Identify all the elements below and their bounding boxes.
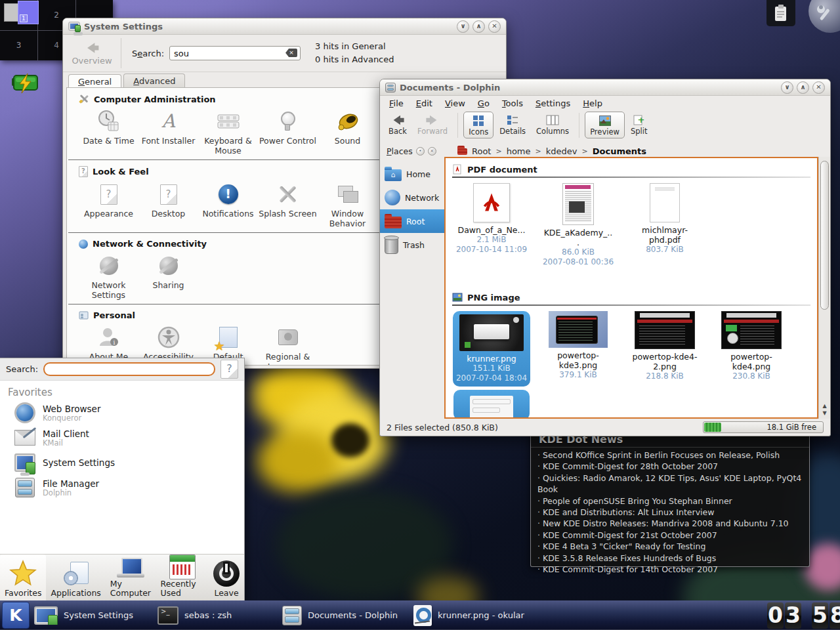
kde-menu-button[interactable]: K — [2, 602, 30, 629]
places-float-button[interactable]: • — [416, 147, 425, 156]
breadcrumb-home[interactable]: home — [507, 146, 531, 156]
settings-item-window-behavior[interactable]: Window Behavior — [318, 182, 377, 228]
settings-item-sound[interactable]: Sound — [318, 109, 377, 146]
file-item[interactable]: KDE_aKademy_... 86.0 KiB 2007-08-01 00:3… — [535, 183, 621, 267]
maximize-button[interactable]: ∧ — [797, 81, 809, 94]
favorite-system-settings[interactable]: System Settings — [0, 450, 244, 475]
place-home[interactable]: ⌂ Home — [380, 162, 444, 186]
clipboard-widget[interactable] — [766, 0, 795, 26]
close-button[interactable]: ✕ — [812, 81, 825, 94]
file-item-partial-selected[interactable] — [453, 390, 530, 419]
user-card-icon — [79, 310, 89, 320]
search-input[interactable] — [169, 46, 301, 60]
favorite-mail-client[interactable]: Mail Client KMail — [0, 425, 244, 450]
back-button[interactable]: Back — [384, 112, 411, 137]
favorite-web-browser[interactable]: Web Browser Konqueror — [0, 400, 244, 425]
dolphin-cabinet-icon — [14, 477, 35, 498]
place-trash[interactable]: Trash — [380, 233, 444, 257]
scroll-down-arrow[interactable]: ▼ — [819, 410, 830, 417]
pager-desktop-3[interactable]: 3 — [0, 30, 37, 60]
file-item[interactable]: michlmayr-phd.pdf 803.7 KiB — [621, 183, 708, 255]
group-header-png: PNG image — [446, 271, 817, 304]
settings-item-regional-language[interactable]: Regional & Language — [258, 325, 318, 366]
scrollbar-slider[interactable] — [820, 161, 829, 310]
panel-clock[interactable]: 0 3 5 8 — [767, 602, 840, 629]
tab-my-computer[interactable]: My Computer — [106, 555, 156, 601]
breadcrumb-documents[interactable]: Documents — [593, 146, 646, 156]
menu-help[interactable]: Help — [583, 98, 602, 108]
news-item[interactable]: KDE and Distributions: Alt Linux Intervi… — [537, 507, 803, 518]
task-terminal[interactable]: >_ sebas : zsh — [158, 606, 282, 625]
settings-item-network-settings[interactable]: Network Settings — [79, 253, 138, 300]
split-view-button[interactable]: + Split — [626, 112, 652, 137]
view-scrollbar[interactable]: ▲ ▼ — [818, 157, 830, 419]
forward-button[interactable]: Forward — [413, 112, 452, 137]
place-network[interactable]: Network — [380, 186, 444, 209]
details-view-button[interactable]: Details — [495, 112, 530, 137]
breadcrumb-root[interactable]: Root — [472, 146, 491, 156]
news-item[interactable]: Quickies: Radio Amarok, 12 KDE Tips, Asu… — [537, 472, 803, 495]
menu-edit[interactable]: Edit — [416, 98, 432, 108]
tab-favorites[interactable]: Favorites — [0, 555, 46, 601]
news-item[interactable]: KDE Commit-Digest for 14th October 2007 — [537, 564, 803, 575]
settings-item-date-time[interactable]: Date & Time — [79, 109, 138, 146]
task-system-settings[interactable]: System Settings — [34, 606, 158, 625]
pager-window-thumb-active[interactable]: 1 — [18, 1, 39, 24]
tab-advanced[interactable]: Advanced — [123, 74, 185, 89]
battery-widget[interactable] — [10, 74, 41, 98]
kickoff-search-input[interactable] — [43, 362, 215, 376]
columns-view-button[interactable]: Columns — [532, 112, 574, 137]
favorite-file-manager[interactable]: File Manager Dolphin — [0, 475, 244, 500]
help-button[interactable]: ? — [220, 360, 238, 379]
settings-item-power-control[interactable]: Power Control — [258, 109, 318, 146]
settings-item-splash-screen[interactable]: Splash Screen — [258, 182, 318, 219]
settings-item-sharing[interactable]: Sharing — [138, 253, 198, 290]
settings-item-notifications[interactable]: ! Notifications — [198, 182, 258, 219]
news-item[interactable]: KDE Commit-Digest for 28th October 2007 — [537, 461, 803, 472]
news-item[interactable]: New KDE Distro Releases: Mandriva 2008 a… — [537, 518, 803, 529]
tab-applications[interactable]: Applications — [46, 555, 105, 601]
tab-recently-used[interactable]: Recently Used — [156, 555, 209, 601]
overview-button[interactable]: Overview — [63, 41, 121, 66]
titlebar[interactable]: System Settings ∨ ∧ ✕ — [63, 18, 506, 35]
news-item[interactable]: KDE 3.5.8 Release Fixes Hundreds of Bugs — [537, 553, 803, 564]
power-icon — [213, 558, 240, 589]
menu-tools[interactable]: Tools — [502, 98, 523, 108]
maximize-button[interactable]: ∧ — [472, 20, 485, 33]
file-item[interactable]: powertop-kde3.png 379.1 KiB — [535, 311, 621, 380]
pager-window-thumb[interactable] — [4, 3, 18, 22]
file-item-selected[interactable]: krunner.png 151.1 KiB 2007-07-04 18:04 — [453, 311, 530, 387]
close-button[interactable]: ✕ — [488, 20, 501, 33]
minimize-button[interactable]: ∨ — [781, 81, 793, 94]
breadcrumb-kdedev[interactable]: kdedev — [546, 146, 578, 156]
menu-view[interactable]: View — [445, 98, 465, 108]
news-item[interactable]: KDE Commit-Digest for 21st October 2007 — [537, 530, 803, 541]
news-item[interactable]: KDE 4 Beta 3 "Cicker" Ready for Testing — [537, 541, 803, 552]
settings-item-accessibility[interactable]: Accessibility — [138, 325, 198, 362]
settings-item-desktop[interactable]: ? Desktop — [138, 182, 198, 219]
settings-item-font-installer[interactable]: A Font Installer — [138, 109, 198, 146]
titlebar[interactable]: Documents - Dolphin ∨ ∧ ✕ — [380, 79, 830, 96]
menu-settings[interactable]: Settings — [536, 98, 570, 108]
file-item[interactable]: powertop-kde4.png 230.8 KiB — [708, 311, 795, 381]
task-okular[interactable]: krunner.png - okular — [413, 605, 551, 626]
settings-item-keyboard-mouse[interactable]: Keyboard & Mouse — [198, 109, 258, 156]
task-dolphin[interactable]: Documents - Dolphin — [282, 606, 413, 625]
minimize-button[interactable]: ∨ — [457, 20, 469, 33]
places-close-button[interactable]: × — [428, 147, 436, 156]
file-item[interactable]: Dawn_of_a_Ne... 2.1 MiB 2007-10-14 11:09 — [448, 183, 535, 255]
question-page-icon: ? — [155, 182, 182, 207]
file-item[interactable]: powertop-kde4-2.png 218.8 KiB — [621, 311, 708, 381]
menu-file[interactable]: File — [389, 98, 404, 108]
menu-go[interactable]: Go — [478, 98, 490, 108]
settings-item-about-me[interactable]: i About Me — [79, 325, 138, 362]
preview-button[interactable]: Preview — [585, 112, 625, 138]
tab-leave[interactable]: Leave — [209, 555, 244, 601]
icons-view-button[interactable]: Icons — [463, 112, 494, 138]
place-root[interactable]: Root — [380, 209, 444, 233]
settings-item-appearance[interactable]: ? Appearance — [79, 182, 138, 219]
details-label: Details — [499, 127, 526, 136]
scroll-up-arrow[interactable]: ▲ — [819, 403, 830, 410]
news-item[interactable]: People of openSUSE Bring You Stephan Bin… — [537, 495, 803, 507]
news-item[interactable]: Second KOffice Sprint in Berlin Focuses … — [537, 450, 803, 461]
